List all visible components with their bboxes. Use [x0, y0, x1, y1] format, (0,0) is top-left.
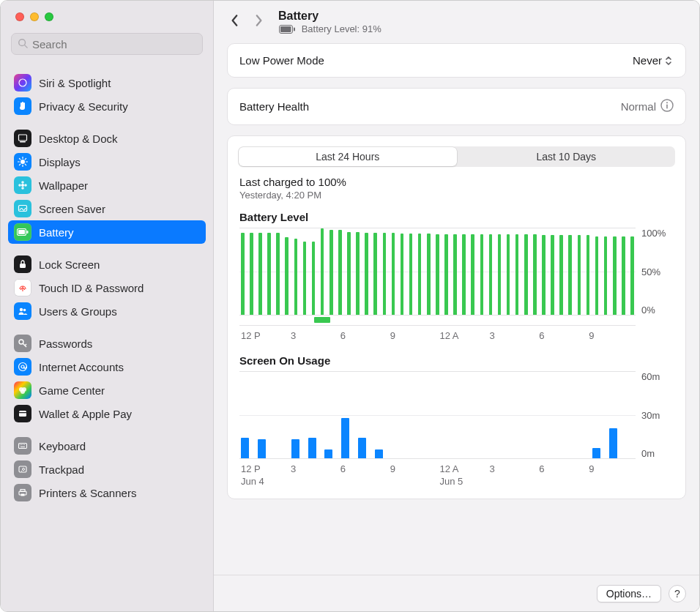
sidebar-item-label: Displays — [39, 156, 81, 168]
chart-bar — [498, 234, 502, 315]
content-header: Battery Battery Level: 91% — [214, 1, 699, 43]
sidebar-item-label: Keyboard — [39, 440, 86, 452]
sidebar-item-internet-accounts[interactable]: Internet Accounts — [8, 355, 206, 378]
battery-level-chart: Battery Level 100%50%0% 12 P36912 A369 — [228, 204, 685, 347]
screen-on-x-axis: 12 P36912 A369 — [239, 459, 674, 476]
chart-bar — [291, 439, 299, 458]
battery-health-label: Battery Health — [239, 100, 309, 113]
sidebar-item-users-groups[interactable]: Users & Groups — [8, 299, 206, 323]
svg-rect-21 — [18, 230, 25, 234]
forward-button[interactable] — [250, 11, 267, 33]
sidebar-item-displays[interactable]: Displays — [8, 150, 206, 173]
chart-bar — [347, 232, 351, 315]
svg-point-15 — [21, 181, 24, 184]
minimize-icon[interactable] — [30, 12, 39, 21]
sidebar-item-trackpad[interactable]: Trackpad — [8, 458, 206, 481]
chart-bar — [613, 236, 617, 315]
seg-last-10-days[interactable]: Last 10 Days — [458, 146, 676, 167]
content-body[interactable]: Low Power Mode Never Battery Health Norm… — [214, 43, 699, 575]
sidebar-item-battery[interactable]: Battery — [8, 220, 206, 244]
svg-point-16 — [21, 187, 24, 190]
svg-rect-37 — [20, 444, 21, 445]
seg-last-24-hours[interactable]: Last 24 Hours — [239, 147, 457, 166]
chart-bar — [436, 234, 439, 315]
sidebar-item-passwords[interactable]: Passwords — [8, 332, 206, 355]
search-field[interactable] — [11, 33, 203, 55]
chart-bar — [578, 235, 581, 315]
chart-bar — [453, 234, 457, 315]
back-button[interactable] — [227, 11, 243, 33]
sidebar-item-touch-id-password[interactable]: Touch ID & Password — [8, 276, 206, 299]
chart-bar — [480, 234, 484, 315]
time-range-segmented[interactable]: Last 24 Hours Last 10 Days — [238, 146, 675, 167]
sidebar-list[interactable]: Siri & SpotlightPrivacy & SecurityDeskto… — [1, 61, 213, 512]
svg-rect-3 — [19, 135, 27, 141]
last-charged-block: Last charged to 100% Yesterday, 4:20 PM — [228, 167, 685, 204]
screen-on-chart-title: Screen On Usage — [239, 354, 674, 367]
chart-bar — [427, 234, 431, 315]
low-power-mode-popup[interactable]: Never — [631, 54, 674, 67]
sidebar-item-wallet-apple-pay[interactable]: Wallet & Apple Pay — [8, 402, 206, 425]
chart-bar — [356, 232, 360, 315]
users-icon — [14, 302, 31, 320]
sidebar-item-label: Touch ID & Password — [39, 282, 144, 294]
chart-bar — [341, 418, 349, 458]
svg-point-24 — [20, 308, 23, 311]
chart-bar — [471, 234, 474, 315]
svg-point-14 — [21, 184, 24, 187]
chart-bar — [533, 234, 537, 315]
svg-rect-49 — [294, 27, 295, 31]
sun-icon — [14, 153, 31, 171]
svg-line-12 — [19, 164, 20, 165]
svg-point-33 — [21, 389, 25, 394]
chart-bar — [551, 235, 554, 315]
chart-bar — [294, 239, 298, 315]
svg-point-43 — [23, 469, 25, 471]
svg-line-13 — [25, 158, 26, 159]
sidebar-item-game-center[interactable]: Game Center — [8, 378, 206, 402]
battery-icon — [14, 223, 31, 241]
printer-icon — [14, 484, 31, 501]
svg-rect-52 — [666, 105, 668, 109]
chart-bar — [373, 233, 377, 315]
sidebar-item-lock-screen[interactable]: Lock Screen — [8, 253, 206, 276]
sidebar-item-label: Trackpad — [39, 463, 84, 476]
sidebar-item-siri-spotlight[interactable]: Siri & Spotlight — [8, 71, 206, 94]
search-input[interactable] — [32, 38, 196, 51]
chart-bar — [609, 428, 617, 458]
options-button[interactable]: Options… — [597, 585, 661, 602]
hand-icon — [14, 97, 31, 115]
sidebar-item-screen-saver[interactable]: Screen Saver — [8, 197, 206, 220]
battery-icon — [278, 23, 296, 35]
chart-bar — [285, 237, 288, 315]
svg-line-28 — [25, 344, 26, 346]
sidebar-item-printers-scanners[interactable]: Printers & Scanners — [8, 481, 206, 504]
maximize-icon[interactable] — [45, 12, 53, 21]
help-button[interactable]: ? — [669, 585, 686, 602]
chart-bar — [312, 242, 316, 315]
chart-bar — [258, 439, 266, 458]
sidebar-item-label: Wallpaper — [39, 179, 88, 192]
chart-bar — [542, 235, 546, 315]
sidebar-item-keyboard[interactable]: Keyboard — [8, 434, 206, 458]
last-charged-title: Last charged to 100% — [239, 176, 674, 188]
svg-rect-35 — [19, 412, 26, 413]
info-icon[interactable] — [660, 99, 674, 114]
chart-bar — [241, 233, 245, 315]
gamecenter-icon — [14, 381, 31, 399]
battery-health-card: Battery Health Normal — [227, 88, 686, 125]
sidebar-item-desktop-dock[interactable]: Desktop & Dock — [8, 127, 206, 150]
chart-bar — [489, 234, 493, 315]
chart-bar — [418, 234, 422, 315]
close-icon[interactable] — [15, 12, 24, 21]
chart-bar — [592, 448, 600, 458]
fingerprint-icon — [14, 279, 31, 296]
svg-rect-39 — [23, 444, 23, 445]
sidebar-item-label: Battery — [39, 226, 74, 239]
chart-bar — [375, 449, 383, 458]
sidebar-item-wallpaper[interactable]: Wallpaper — [8, 173, 206, 197]
sidebar-item-label: Screen Saver — [39, 203, 105, 215]
chart-bar — [604, 236, 608, 315]
sidebar-item-privacy-security[interactable]: Privacy & Security — [8, 94, 206, 118]
svg-point-5 — [21, 160, 25, 164]
